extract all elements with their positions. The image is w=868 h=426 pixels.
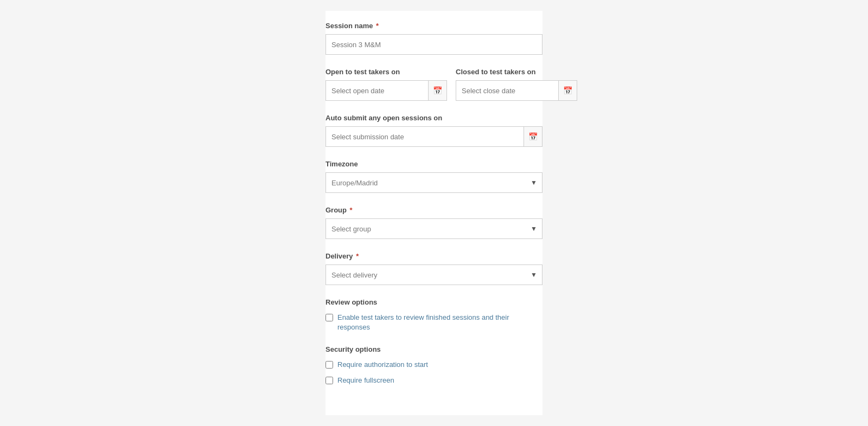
submission-date-calendar-button[interactable]: 📅 bbox=[524, 127, 542, 146]
security-auth-checkbox-item: Require authorization to start bbox=[326, 360, 542, 370]
timezone-section: Timezone Europe/Madrid UTC America/New_Y… bbox=[326, 160, 542, 193]
security-auth-checkbox-label[interactable]: Require authorization to start bbox=[337, 360, 428, 370]
delivery-select[interactable]: Select delivery bbox=[326, 264, 542, 285]
form-container: Session name * Session 3 M&M Open to tes… bbox=[326, 11, 542, 415]
submission-date-input[interactable] bbox=[326, 127, 524, 146]
security-options-title: Security options bbox=[326, 345, 542, 353]
date-row: Open to test takers on 📅 Closed to test … bbox=[326, 68, 542, 101]
open-date-calendar-button[interactable]: 📅 bbox=[428, 81, 446, 100]
delivery-section: Delivery * Select delivery ▼ bbox=[326, 252, 542, 285]
review-checkbox[interactable] bbox=[326, 314, 333, 321]
calendar-icon: 📅 bbox=[433, 86, 442, 95]
delivery-label: Delivery * bbox=[326, 252, 542, 260]
close-date-group: Closed to test takers on 📅 bbox=[456, 68, 577, 101]
review-checkbox-label[interactable]: Enable test takers to review finished se… bbox=[337, 313, 542, 332]
timezone-label: Timezone bbox=[326, 160, 542, 168]
session-name-input[interactable]: Session 3 M&M bbox=[326, 34, 542, 55]
close-date-calendar-button[interactable]: 📅 bbox=[558, 81, 577, 100]
submission-date-label: Auto submit any open sessions on bbox=[326, 114, 542, 122]
open-date-input[interactable] bbox=[326, 81, 428, 100]
security-fullscreen-checkbox-item: Require fullscreen bbox=[326, 376, 542, 385]
open-date-label: Open to test takers on bbox=[326, 68, 447, 76]
calendar-icon: 📅 bbox=[563, 86, 572, 95]
open-date-wrapper: 📅 bbox=[326, 80, 447, 101]
group-section: Group * Select group ▼ bbox=[326, 206, 542, 239]
timezone-select[interactable]: Europe/Madrid UTC America/New_York bbox=[326, 172, 542, 193]
review-options-title: Review options bbox=[326, 298, 542, 306]
close-date-input[interactable] bbox=[456, 81, 558, 100]
required-star: * bbox=[374, 22, 379, 30]
review-options-section: Review options Enable test takers to rev… bbox=[326, 298, 542, 332]
security-fullscreen-checkbox-label[interactable]: Require fullscreen bbox=[337, 376, 394, 385]
group-required-star: * bbox=[348, 206, 353, 214]
submission-date-wrapper: 📅 bbox=[326, 126, 542, 147]
session-name-label: Session name * bbox=[326, 22, 542, 30]
security-auth-checkbox[interactable] bbox=[326, 361, 333, 369]
timezone-select-wrapper: Europe/Madrid UTC America/New_York ▼ bbox=[326, 172, 542, 193]
security-options-section: Security options Require authorization t… bbox=[326, 345, 542, 385]
review-checkbox-item: Enable test takers to review finished se… bbox=[326, 313, 542, 332]
delivery-select-wrapper: Select delivery ▼ bbox=[326, 264, 542, 285]
group-select[interactable]: Select group bbox=[326, 218, 542, 239]
open-date-group: Open to test takers on 📅 bbox=[326, 68, 447, 101]
group-select-wrapper: Select group ▼ bbox=[326, 218, 542, 239]
security-fullscreen-checkbox[interactable] bbox=[326, 377, 333, 384]
delivery-required-star: * bbox=[354, 252, 359, 260]
calendar-icon: 📅 bbox=[528, 132, 538, 141]
submission-date-section: Auto submit any open sessions on 📅 bbox=[326, 114, 542, 147]
session-name-section: Session name * Session 3 M&M bbox=[326, 22, 542, 55]
page-container: Session name * Session 3 M&M Open to tes… bbox=[0, 0, 868, 426]
date-section: Open to test takers on 📅 Closed to test … bbox=[326, 68, 542, 101]
close-date-wrapper: 📅 bbox=[456, 80, 577, 101]
close-date-label: Closed to test takers on bbox=[456, 68, 577, 76]
group-label: Group * bbox=[326, 206, 542, 214]
